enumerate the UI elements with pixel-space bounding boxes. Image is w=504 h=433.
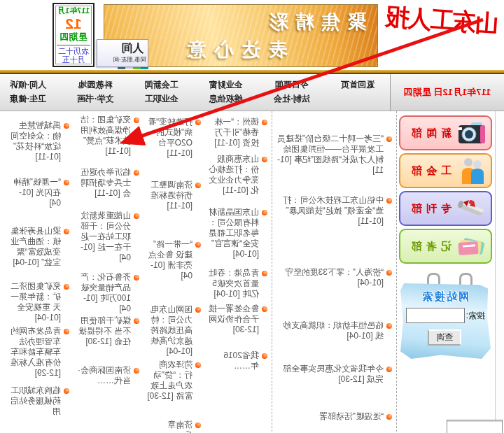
news-headline[interactable]: 打造转变“看病”模式的O2O平台	[148, 117, 192, 148]
news-item[interactable]: 兖矿集团济二矿：新年第一天 重视安全 [01-04]	[10, 281, 69, 323]
site-search-panel: 网站搜索 搜索: 查询	[400, 281, 491, 359]
nav-col-life: 人间·倾诉 卫生·健康	[10, 78, 46, 111]
bullet-icon	[195, 307, 201, 313]
nav-item-today-news[interactable]: 今日要闻	[274, 78, 310, 92]
nav-item-literature-art[interactable]: 文学·书画	[77, 92, 113, 106]
news-headline[interactable]: 济南章丘……	[167, 420, 192, 433]
news-item[interactable]: 青岛发布网约车管理办法 车辆车龄和车价有准入标准 [12-29]	[10, 326, 69, 378]
news-item[interactable]: 山能重装新汶分公司：干部职工站在一起干在一起 [01-04]	[76, 211, 139, 263]
news-date: [01-11]	[167, 201, 192, 211]
bullet-icon	[262, 210, 267, 215]
news-item[interactable]: 禹城智慧生物：众创空间绽放“科技花” [01-11]	[10, 120, 69, 162]
search-input[interactable]	[406, 308, 465, 323]
sidebar-item-reporter-dept[interactable]: 记者部	[399, 229, 492, 264]
nav-item-enterprise-finance[interactable]: 企业财窗	[209, 78, 243, 92]
partial-popup-box	[447, 420, 503, 433]
nav-item-rights-info[interactable]: 维权信息	[209, 92, 243, 106]
news-item[interactable]: 打造转变“看病”模式的O2O平台 [01-11]	[146, 117, 201, 159]
news-headline[interactable]: 临朐东城职工药械服务站启用	[10, 385, 61, 416]
news-headline[interactable]: 国网山东电力公司：特高压线路跨越京沪高铁	[150, 304, 192, 346]
news-headline[interactable]: 济南调整工伤待遇标准	[150, 180, 192, 200]
news-date: [01-11]	[358, 216, 384, 226]
news-column-4: 兖矿集团：洁净煤高效利用技术获“点赞” [01-11] 临沂举办退伍士兵专场招聘…	[74, 111, 144, 433]
sidebar-item-news-dept[interactable]: 新闻部	[399, 115, 492, 150]
news-item[interactable]: 兖矿集团：洁净煤高效利用技术获“点赞” [01-11]	[76, 115, 139, 157]
news-date: [01-11]	[167, 148, 192, 158]
bullet-icon	[386, 323, 392, 329]
page-left-margin	[495, 111, 504, 433]
nav-item-enterprise-workers[interactable]: 企业职工	[144, 92, 178, 106]
news-item[interactable]: 山东国晶新材料有限公司：每名职工都是安全“谏言官” [01-04]	[208, 207, 267, 260]
news-item[interactable]: 临沂举办退伍士兵专场招聘会 [01-11]	[76, 167, 139, 199]
tickets-icon	[456, 232, 488, 261]
news-date: [01-11]	[94, 188, 120, 198]
news-headline[interactable]: 山东国晶新材料有限公司：每名职工都是安全“谏言官”	[209, 207, 259, 248]
news-item[interactable]: 国网山东电力公司：特高压线路跨越京沪高铁 [01-04]	[146, 304, 201, 357]
news-headline[interactable]: 济南国际商会·当代……	[78, 365, 131, 385]
news-headline[interactable]: “送温暖”活动部署	[319, 411, 384, 421]
bullet-icon	[386, 136, 392, 142]
nav-col-union: 工会新闻 企业职工	[144, 78, 178, 111]
news-item[interactable]: 鲁企签署一揽子合作协议网 [12-30]	[208, 304, 267, 335]
news-headline[interactable]: 青岛发布网约车管理办法 车辆车龄和车价有准入标准	[10, 326, 61, 367]
nav-col-news: 今日要闻 法制·社会	[274, 78, 310, 111]
news-item[interactable]: 山东惠商股份：打造核心竞争力企业文化 [01-11]	[208, 154, 267, 196]
news-item[interactable]: 临邑恒丰纺织：织就高支纱线 [01-04]	[275, 320, 392, 341]
sidebar-item-special-dept[interactable]: 专刊部	[399, 191, 492, 226]
nav-item-health[interactable]: 卫生·健康	[10, 92, 46, 106]
diploma-icon	[456, 194, 488, 223]
bullet-icon	[64, 229, 69, 234]
nav-item-science-education[interactable]: 科教园地	[77, 78, 113, 92]
news-item[interactable]: “送温暖”活动部署	[275, 411, 392, 422]
news-item[interactable]: 菏泽农商行：“贷”动农户走上致富路 [12-30]	[146, 360, 201, 402]
news-item[interactable]: 中铝山东工程技术公司：打造“金蓝领” 掀起“技能风暴” [01-11]	[275, 195, 392, 227]
news-item[interactable]: 煤矿干部使用不当 不得提拔任命 [12-30]	[76, 315, 139, 347]
calendar-lunar-line2: 月十五	[54, 55, 93, 64]
nav-item-law-society[interactable]: 法制·社会	[274, 92, 310, 106]
search-query-button[interactable]: 查询	[428, 329, 462, 346]
bullet-icon	[262, 271, 267, 276]
news-headline[interactable]: 今年我省文化惠民实事全部完成	[283, 364, 384, 384]
dept-label: 记者部	[403, 240, 456, 253]
news-date: [12-30]	[233, 325, 259, 334]
news-item[interactable]: 齐鲁石化：产品产销量突破100万吨 [01-04]	[76, 272, 139, 314]
news-item[interactable]: 临朐东城职工药械服务站启用	[10, 385, 69, 417]
news-item[interactable]: “一厘钱”精神在闪光 [01-04]	[10, 177, 69, 208]
news-item[interactable]: 济南调整工伤待遇标准 [01-11]	[146, 180, 201, 211]
bullet-icon	[195, 120, 201, 125]
news-item[interactable]: 济南章丘……	[146, 420, 201, 433]
banner-line1: 聚焦精彩	[104, 9, 366, 34]
bullet-icon	[134, 170, 139, 176]
news-headline[interactable]: “捞海人”：零下33度的坚守	[285, 267, 384, 277]
nav-tooltip: 人间 同事.朋友-间	[97, 39, 148, 67]
nav-col-education: 科教园地 文学·书画	[77, 78, 113, 111]
news-item[interactable]: 济南国际商会·当代……	[76, 365, 139, 386]
news-item[interactable]: “三考一聘十二级台阶”搭建员工发展平台——恒邦集团绘制人才成长“路线图”纪事 […	[275, 134, 392, 176]
news-item[interactable]: “一带一路”建设 鲁企点亮非洲 [01-04]	[146, 239, 201, 281]
news-item[interactable]: 青岛港：吞吐量首次突破5亿吨 [01-04]	[208, 268, 267, 299]
bullet-icon	[195, 423, 201, 428]
news-item[interactable]: 我省2016年……	[208, 350, 267, 371]
calendar-lunar-line1: 农历十二	[54, 47, 93, 55]
news-headline[interactable]: 中铝山东工程技术公司：打造“金蓝领” 掀起“技能风暴”	[283, 195, 384, 215]
nav-item-human-world[interactable]: 人间·倾诉	[10, 78, 46, 92]
news-item[interactable]: 今年我省文化惠民实事全部完成 [12-30]	[275, 364, 392, 385]
news-headline[interactable]: 我省2016年……	[223, 350, 259, 371]
news-headline[interactable]: 禹城智慧生物：众创空间绽放“科技花”	[10, 120, 61, 151]
bullet-icon	[64, 180, 69, 185]
site-logo[interactable]: 山东工人报	[375, 0, 500, 41]
calendar-year-month: 117年1月	[54, 6, 93, 16]
bullet-icon	[195, 362, 201, 368]
news-item[interactable]: 梁山县寿张集镇：酒曲产业变成致富“聚宝盆” [01-04]	[10, 226, 69, 268]
nav-item-home[interactable]: 返回首页	[341, 78, 374, 92]
news-item[interactable]: “捞海人”：零下33度的坚守 [01-04]	[275, 267, 392, 288]
nav-item-union-news[interactable]: 工会新闻	[144, 78, 178, 92]
news-headline[interactable]: 兖矿集团：洁净煤高效利用技术获“点赞”	[80, 115, 131, 145]
sidebar-item-union-dept[interactable]: 工会部	[399, 153, 492, 188]
bullet-icon	[386, 270, 392, 276]
news-item[interactable]: 德州：“一株香椿”引千万投资 [01-11]	[208, 117, 267, 148]
news-headline[interactable]: 鲁企签署一揽子合作协议网	[209, 304, 259, 324]
bullet-icon	[134, 118, 139, 123]
news-headline[interactable]: 兖矿集团济二矿：新年第一天 重视安全	[10, 281, 61, 312]
news-headline[interactable]: “三考一聘十二级台阶”搭建员工发展平台——恒邦集团绘制人才成长“路线图”纪事	[277, 134, 384, 164]
